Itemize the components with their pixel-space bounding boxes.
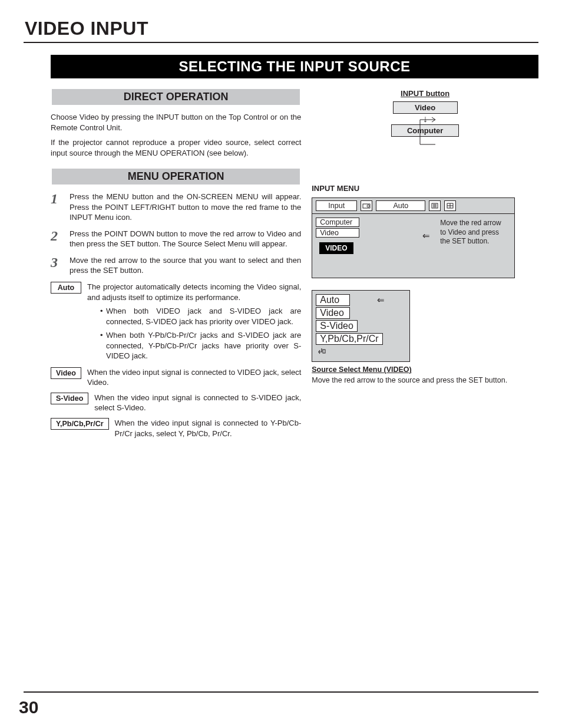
option-text-svideo: When the video input signal is connected… bbox=[94, 393, 301, 413]
video-badge: VIDEO bbox=[319, 242, 353, 254]
step-number: 2 bbox=[51, 229, 64, 249]
auto-bullet-2: When both Y-Pb/Cb-Pr/Cr jacks and S-VIDE… bbox=[100, 330, 301, 361]
auto-bullet-1: When both VIDEO jack and S-VIDEO jack ar… bbox=[100, 306, 301, 327]
osd2-video: Video bbox=[316, 307, 350, 319]
auto-bullets: When both VIDEO jack and S-VIDEO jack ar… bbox=[100, 306, 301, 361]
grid-icon bbox=[444, 200, 456, 211]
menu-operation-heading: MENU OPERATION bbox=[51, 169, 301, 185]
option-label-video: Video bbox=[51, 367, 81, 379]
projector-icon bbox=[361, 200, 372, 211]
flow-video: Video bbox=[393, 101, 458, 114]
step-3: 3 Move the red arrow to the source that … bbox=[51, 255, 301, 276]
svg-rect-9 bbox=[323, 350, 325, 353]
input-button-title: INPUT button bbox=[361, 89, 490, 98]
step-text: Press the POINT DOWN button to move the … bbox=[70, 229, 301, 249]
option-text-ypbcb: When the video input signal is connected… bbox=[115, 418, 302, 439]
flow-diagram: Video ↓ Computer bbox=[361, 101, 490, 137]
osd-top-bar: Input Auto bbox=[312, 198, 514, 214]
source-select-title: Source Select Menu (VIDEO) bbox=[312, 365, 538, 374]
option-video: Video When the video input signal is con… bbox=[51, 367, 301, 388]
arrow-left-icon: ⇐ bbox=[422, 218, 435, 254]
right-column: INPUT button Video ↓ Computer INPUT MENU… bbox=[312, 89, 538, 442]
return-icon bbox=[316, 346, 406, 358]
step-1: 1 Press the MENU button and the ON-SCREE… bbox=[51, 192, 301, 223]
footer-rule bbox=[24, 691, 538, 693]
flow-loop-icon bbox=[416, 115, 439, 149]
option-label-auto: Auto bbox=[51, 282, 81, 294]
osd-top-mode: Auto bbox=[376, 200, 425, 211]
page-title: VIDEO INPUT bbox=[25, 18, 538, 39]
option-label-ypbcb: Y,Pb/Cb,Pr/Cr bbox=[51, 418, 109, 430]
osd-item-video: Video bbox=[316, 228, 359, 238]
page-number: 30 bbox=[19, 697, 38, 717]
source-select-text: Move the red arrow to the source and pre… bbox=[312, 375, 515, 386]
step-number: 3 bbox=[51, 255, 64, 276]
osd2-ypbcb: Y,Pb/Cb,Pr/Cr bbox=[316, 333, 382, 345]
svg-point-1 bbox=[367, 205, 369, 207]
section-banner: SELECTING THE INPUT SOURCE bbox=[51, 55, 538, 78]
option-auto: Auto The projector automatically detects… bbox=[51, 282, 301, 302]
osd-source-menu: Auto ⇐ Video S-Video Y,Pb/Cb,Pr/Cr bbox=[312, 290, 410, 362]
osd2-svideo: S-Video bbox=[316, 320, 358, 332]
arrow-left-icon: ⇐ bbox=[377, 295, 385, 305]
osd-top-input: Input bbox=[316, 200, 357, 211]
osd2-auto: Auto bbox=[316, 294, 350, 306]
step-text: Press the MENU button and the ON-SCREEN … bbox=[70, 192, 301, 223]
option-label-svideo: S-Video bbox=[51, 393, 88, 404]
osd-input-menu: Input Auto Computer Video bbox=[312, 197, 515, 278]
left-column: DIRECT OPERATION Choose Video by pressin… bbox=[51, 89, 301, 442]
title-rule bbox=[24, 42, 538, 43]
step-text: Move the red arrow to the source that yo… bbox=[70, 255, 301, 276]
direct-operation-heading: DIRECT OPERATION bbox=[51, 89, 301, 105]
option-text-auto: The projector automatically detects inco… bbox=[87, 282, 301, 302]
direct-operation-p1: Choose Video by pressing the INPUT butto… bbox=[51, 112, 301, 133]
option-text-video: When the video input signal is connected… bbox=[87, 367, 301, 388]
settings-icon bbox=[429, 200, 441, 211]
osd-note: Move the red arrow to Video and press th… bbox=[440, 218, 511, 254]
option-svideo: S-Video When the video input signal is c… bbox=[51, 393, 301, 413]
svg-rect-0 bbox=[363, 204, 370, 208]
step-number: 1 bbox=[51, 192, 64, 223]
osd-item-computer: Computer bbox=[316, 218, 359, 227]
step-2: 2 Press the POINT DOWN button to move th… bbox=[51, 229, 301, 249]
option-ypbcb: Y,Pb/Cb,Pr/Cr When the video input signa… bbox=[51, 418, 301, 439]
osd-input-list: Computer Video VIDEO bbox=[316, 218, 418, 254]
input-menu-title: INPUT MENU bbox=[312, 184, 538, 193]
direct-operation-p2: If the projector cannot reproduce a prop… bbox=[51, 137, 301, 158]
